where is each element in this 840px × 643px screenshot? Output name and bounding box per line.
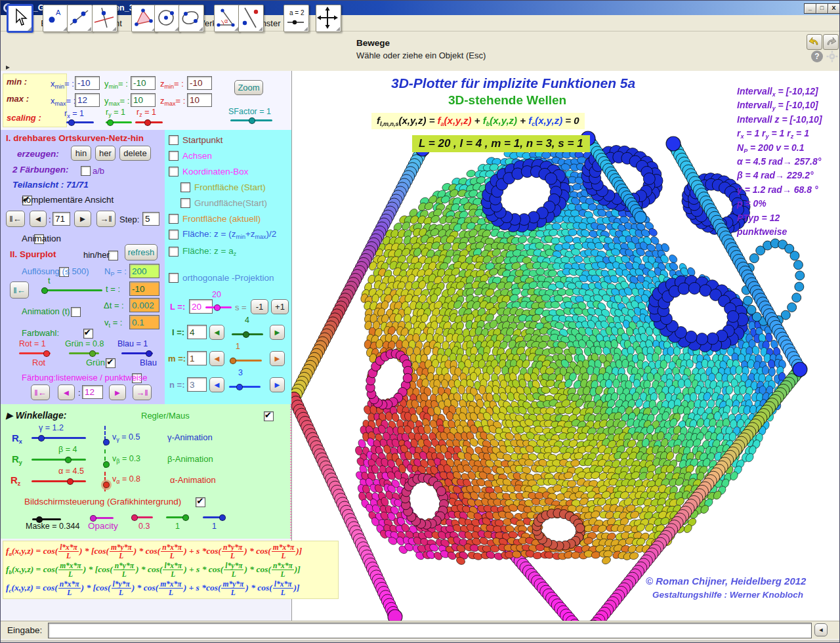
rz-slider[interactable] [135, 121, 163, 123]
list-first-button[interactable]: ‖← [31, 384, 50, 400]
list-index-field[interactable]: 12 [82, 385, 103, 399]
opacity2-slider[interactable] [166, 516, 188, 518]
opacity1-slider[interactable] [132, 516, 153, 518]
m-next-button[interactable]: ► [270, 351, 285, 366]
angle-tool[interactable]: α [214, 5, 240, 32]
option-checkbox[interactable] [169, 135, 178, 145]
gruen-slider[interactable] [69, 352, 99, 354]
zmin-field[interactable]: -10 [187, 76, 212, 90]
polygon-tool[interactable] [131, 5, 157, 32]
l-next-button[interactable]: ► [270, 325, 285, 340]
view-prev-button[interactable]: ◄ [30, 211, 47, 227]
regler-checkbox[interactable] [264, 411, 274, 421]
list-next-button[interactable]: ► [109, 384, 126, 400]
close-button[interactable]: X [828, 3, 840, 14]
help-icon[interactable]: ? [811, 51, 823, 62]
t-field[interactable]: -10 [129, 281, 159, 296]
option-checkbox[interactable] [180, 198, 190, 208]
vbeta-slider[interactable] [104, 449, 106, 468]
animation-t-checkbox[interactable] [71, 307, 81, 317]
np-field[interactable]: 200 [129, 264, 159, 278]
list-prev-button[interactable]: ◄ [58, 384, 75, 400]
bildschirm-label: Bildschirmsteuerung (Grafikhintergrund) [24, 497, 181, 507]
m-field[interactable]: 1 [187, 351, 207, 365]
zoom-button[interactable]: Zoom [234, 80, 263, 95]
her-button[interactable]: her [95, 146, 116, 161]
m-slider[interactable] [230, 360, 262, 362]
n-next-button[interactable]: ► [270, 377, 285, 392]
option-checkbox[interactable] [169, 273, 178, 283]
t-slider[interactable] [41, 289, 102, 291]
bildschirm-checkbox[interactable] [196, 497, 205, 507]
m-prev-button[interactable]: ◄ [209, 351, 224, 366]
opacity-slider[interactable] [91, 517, 114, 519]
maximize-button[interactable]: □ [816, 3, 828, 14]
opacity3-slider[interactable] [203, 516, 225, 518]
farbwahl-checkbox[interactable] [83, 329, 93, 339]
t-reset-button[interactable]: ‖← [10, 281, 29, 299]
option-checkbox[interactable] [169, 151, 178, 161]
slider-tool[interactable]: a = 2 [284, 5, 309, 32]
valpha-slider[interactable] [104, 472, 106, 491]
redo-button[interactable] [823, 34, 839, 50]
gamma-slider[interactable] [32, 437, 86, 439]
view-first-button[interactable]: ‖← [6, 211, 25, 227]
s-minus-button[interactable]: -1 [251, 299, 268, 314]
ab-checkbox[interactable] [81, 166, 91, 176]
point-tool[interactable]: A [43, 5, 68, 32]
minimize-button[interactable]: _ [804, 3, 816, 14]
titlebar[interactable]: 02_3_GG4_Chladni_Figuren_3D.ggb [1, 1, 840, 15]
vt-field[interactable]: 0.1 [129, 315, 159, 329]
option-checkbox[interactable] [169, 214, 178, 224]
settings-gear-icon[interactable] [826, 51, 838, 64]
hinher-checkbox[interactable] [108, 251, 118, 260]
line-tool[interactable] [67, 5, 93, 32]
n-slider[interactable] [229, 386, 261, 388]
l-prev-button[interactable]: ◄ [209, 325, 224, 340]
n-prev-button[interactable]: ◄ [209, 377, 224, 392]
sfactor-slider[interactable] [230, 119, 272, 121]
blau-slider[interactable] [121, 352, 153, 354]
view-next-button[interactable]: ► [74, 211, 91, 227]
rx-slider[interactable] [66, 121, 94, 123]
option-checkbox[interactable] [180, 182, 190, 192]
step-field[interactable]: 5 [142, 212, 159, 226]
ry-slider[interactable] [106, 121, 132, 123]
option-checkbox[interactable] [169, 167, 178, 176]
n-field[interactable]: 3 [187, 377, 207, 392]
rot-checkbox[interactable] [106, 358, 116, 368]
xmax-field[interactable]: 12 [75, 93, 100, 107]
l-slider[interactable] [232, 333, 263, 335]
option-checkbox[interactable] [169, 247, 178, 257]
L-slider[interactable] [205, 306, 232, 308]
move-view-tool[interactable] [316, 5, 341, 32]
zmax-field[interactable]: 10 [187, 93, 212, 107]
maske-slider[interactable] [32, 518, 61, 520]
refresh-button[interactable]: refresh [125, 244, 158, 260]
reflection-tool[interactable] [238, 5, 264, 32]
hin-button[interactable]: hin [71, 146, 91, 161]
l-field[interactable]: 4 [187, 325, 207, 339]
view-last-button[interactable]: →‖ [96, 211, 116, 227]
special-line-tool[interactable] [92, 5, 117, 32]
ymin-field[interactable]: -10 [131, 76, 156, 90]
beta-slider[interactable] [32, 459, 86, 461]
rot-slider[interactable] [19, 352, 51, 354]
dt-field[interactable]: 0.002 [129, 298, 159, 312]
input-help-toggle-button[interactable]: ◄ [814, 623, 828, 636]
vgamma-slider[interactable] [104, 426, 106, 446]
delete-button[interactable]: delete [119, 146, 151, 161]
circle-tool[interactable] [154, 5, 180, 32]
panel-collapse-icon[interactable] [6, 66, 10, 70]
ellipse-tool[interactable] [178, 5, 204, 32]
ymax-field[interactable]: 10 [131, 93, 156, 107]
undo-button[interactable] [807, 34, 822, 50]
move-select-tool[interactable] [7, 5, 33, 32]
list-last-button[interactable]: →‖ [133, 384, 152, 400]
alpha-slider[interactable] [32, 480, 86, 482]
view-index-field[interactable]: 71 [52, 212, 70, 226]
xmin-field[interactable]: -10 [75, 76, 100, 90]
s-plus-button[interactable]: +1 [271, 299, 289, 314]
option-checkbox[interactable] [169, 230, 178, 239]
eingabe-input[interactable] [48, 623, 812, 638]
